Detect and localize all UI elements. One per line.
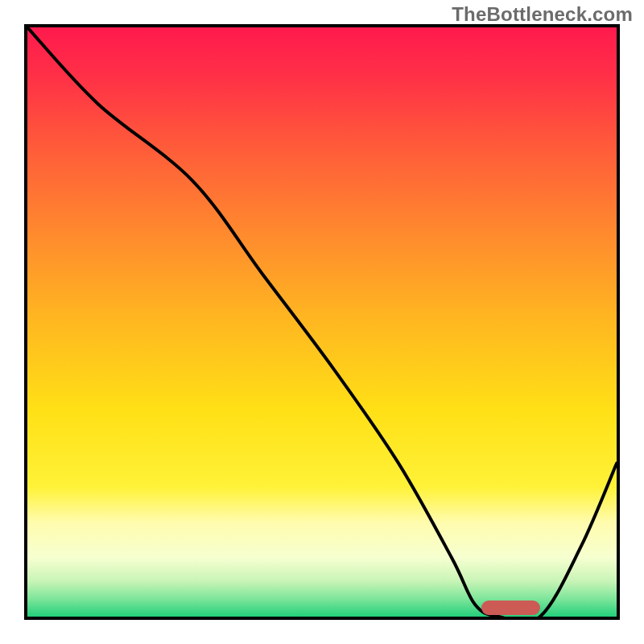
optimal-marker <box>481 601 540 615</box>
plot-area <box>24 24 620 620</box>
bottleneck-curve-line <box>27 27 617 617</box>
chart-root: TheBottleneck.com <box>0 0 644 644</box>
watermark-text: TheBottleneck.com <box>452 3 633 26</box>
curve-layer <box>27 27 617 617</box>
